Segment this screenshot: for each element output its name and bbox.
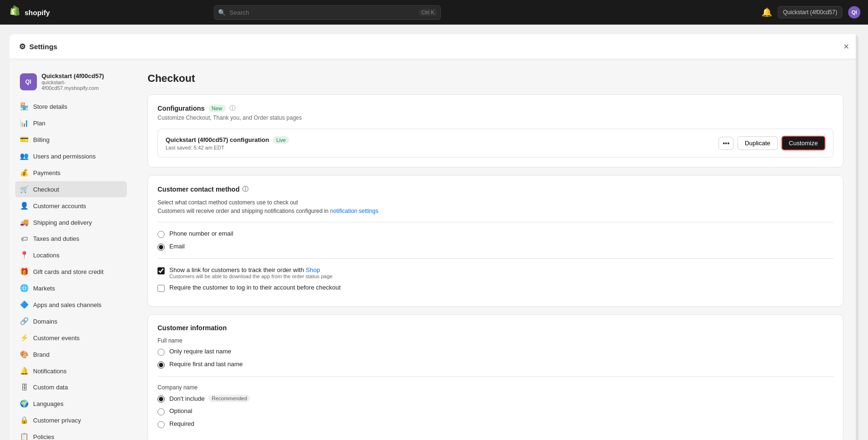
config-row: Quickstart (4f00cd57) configuration Live… (158, 129, 833, 158)
sidebar-item-billing[interactable]: 💳 Billing (15, 132, 127, 148)
sidebar-item-custom-data[interactable]: 🗄 Custom data (15, 379, 127, 395)
only-last-name-radio[interactable] (158, 349, 165, 356)
sidebar-item-gift-cards[interactable]: 🎁 Gift cards and store credit (15, 264, 127, 280)
contact-notify: Customers will receive order and shippin… (158, 208, 833, 214)
top-navigation: shopify 🔍 Ctrl K 🔔 Quickstart (4f00cd57)… (0, 0, 868, 25)
sidebar-item-apps-sales-channels[interactable]: 🔷 Apps and sales channels (15, 297, 127, 313)
duplicate-button[interactable]: Duplicate (737, 136, 777, 150)
customize-button[interactable]: Customize (781, 136, 825, 150)
shop-track-checkbox[interactable] (158, 267, 165, 274)
first-and-last-radio[interactable] (158, 361, 165, 369)
shop-track-option: Show a link for customers to track their… (158, 266, 833, 279)
sidebar-item-customer-accounts[interactable]: 👤 Customer accounts (15, 198, 127, 214)
email-radio[interactable] (158, 244, 165, 251)
first-and-last-option: Require first and last name (158, 361, 833, 369)
sidebar-item-notifications[interactable]: 🔔 Notifications (15, 363, 127, 379)
sidebar-item-markets[interactable]: 🌐 Markets (15, 280, 127, 296)
sidebar-item-policies[interactable]: 📋 Policies (15, 429, 127, 440)
configurations-subtitle: Customize Checkout, Thank you, and Order… (158, 114, 833, 121)
optional-option: Optional (158, 407, 833, 415)
bell-icon[interactable]: 🔔 (762, 7, 772, 18)
phone-or-email-label: Phone number or email (169, 230, 233, 237)
require-login-checkbox[interactable] (158, 285, 165, 292)
apps-sales-channels-icon: 🔷 (20, 300, 28, 309)
payments-label: Payments (33, 169, 61, 176)
plan-icon: 📊 (20, 119, 28, 127)
store-details-label: Store details (33, 103, 67, 110)
search-container: 🔍 Ctrl K (214, 5, 441, 20)
sidebar-item-customer-privacy[interactable]: 🔒 Customer privacy (15, 412, 127, 428)
dont-include-label: Don't include Recommended (169, 395, 250, 402)
close-button[interactable]: × (843, 42, 849, 51)
sidebar-item-payments[interactable]: 💰 Payments (15, 165, 127, 181)
require-login-label: Require the customer to log in to their … (169, 284, 341, 291)
sidebar-item-brand[interactable]: 🎨 Brand (15, 346, 127, 362)
config-name: Quickstart (4f00cd57) configuration Live (166, 136, 713, 144)
last-saved: Last saved: 5:42 am EDT (166, 145, 713, 150)
user-avatar[interactable]: QI (848, 6, 860, 18)
config-info: Quickstart (4f00cd57) configuration Live… (166, 136, 713, 150)
sidebar-item-users-permissions[interactable]: 👥 Users and permissions (15, 148, 127, 164)
sidebar-item-languages[interactable]: 🌍 Languages (15, 396, 127, 412)
plan-label: Plan (33, 120, 45, 127)
notifications-label: Notifications (33, 368, 67, 375)
shop-track-label: Show a link for customers to track their… (169, 266, 333, 273)
settings-body: QI Quickstart (4f00cd57) quickstart-4f00… (9, 59, 859, 440)
first-and-last-label: Require first and last name (169, 361, 243, 368)
users-permissions-icon: 👥 (20, 152, 28, 160)
dont-include-radio[interactable] (158, 396, 165, 403)
only-last-name-label: Only require last name (169, 348, 231, 355)
settings-sidebar: QI Quickstart (4f00cd57) quickstart-4f00… (9, 59, 132, 440)
brand-icon: 🎨 (20, 350, 28, 359)
contact-info-icon: ⓘ (242, 185, 248, 194)
contact-select-label: Select what contact method customers use… (158, 199, 833, 206)
sidebar-item-plan[interactable]: 📊 Plan (15, 115, 127, 131)
configurations-header: Configurations New ⓘ (158, 104, 833, 113)
required-label: Required (169, 420, 194, 427)
shipping-delivery-label: Shipping and delivery (33, 219, 92, 226)
sidebar-item-checkout[interactable]: 🛒 Checkout (15, 181, 127, 197)
store-name: Quickstart (4f00cd57) (42, 72, 122, 79)
users-permissions-label: Users and permissions (33, 153, 96, 160)
customer-privacy-label: Customer privacy (33, 417, 81, 424)
notification-settings-link[interactable]: notification settings (330, 208, 378, 214)
phone-or-email-radio[interactable] (158, 231, 165, 238)
contact-method-card: Customer contact method ⓘ Select what co… (148, 175, 843, 307)
store-selector[interactable]: Quickstart (4f00cd57) (778, 6, 842, 18)
main-content: Checkout Configurations New ⓘ Customize … (132, 59, 859, 440)
gift-cards-icon: 🎁 (20, 267, 28, 276)
search-input[interactable] (214, 5, 441, 20)
email-label: Email (169, 243, 185, 250)
sidebar-item-customer-events[interactable]: ⚡ Customer events (15, 330, 127, 346)
required-radio[interactable] (158, 421, 165, 428)
sidebar-item-taxes-duties[interactable]: 🏷 Taxes and duties (15, 231, 127, 246)
sidebar-nav: 🏪 Store details 📊 Plan 💳 Billing 👥 Users… (15, 98, 127, 440)
checkout-label: Checkout (33, 186, 59, 193)
sidebar-item-shipping-delivery[interactable]: 🚚 Shipping and delivery (15, 214, 127, 230)
customer-accounts-label: Customer accounts (33, 202, 86, 210)
settings-title: ⚙ Settings (19, 42, 57, 51)
shipping-delivery-icon: 🚚 (20, 218, 28, 227)
optional-radio[interactable] (158, 408, 165, 415)
search-icon: 🔍 (218, 9, 226, 16)
more-options-button[interactable]: ••• (719, 137, 734, 150)
topnav-right: 🔔 Quickstart (4f00cd57) QI (762, 6, 860, 18)
gear-icon: ⚙ (19, 42, 26, 51)
config-actions: ••• Duplicate Customize (719, 136, 825, 150)
settings-header: ⚙ Settings × (9, 34, 859, 59)
custom-data-label: Custom data (33, 384, 68, 391)
new-badge: New (209, 105, 226, 112)
markets-icon: 🌐 (20, 284, 28, 292)
shop-link[interactable]: Shop (306, 266, 320, 273)
store-info: Quickstart (4f00cd57) quickstart-4f00cd5… (42, 72, 122, 91)
customer-events-icon: ⚡ (20, 334, 28, 342)
store-details-icon: 🏪 (20, 102, 28, 111)
apps-sales-channels-label: Apps and sales channels (33, 301, 102, 308)
sidebar-item-store-details[interactable]: 🏪 Store details (15, 98, 127, 114)
sidebar-item-domains[interactable]: 🔗 Domains (15, 313, 127, 329)
sidebar-item-locations[interactable]: 📍 Locations (15, 247, 127, 263)
page-title: Checkout (148, 72, 843, 85)
billing-label: Billing (33, 136, 50, 143)
shopify-text: shopify (25, 9, 50, 17)
shopify-logo[interactable]: shopify (8, 6, 50, 19)
